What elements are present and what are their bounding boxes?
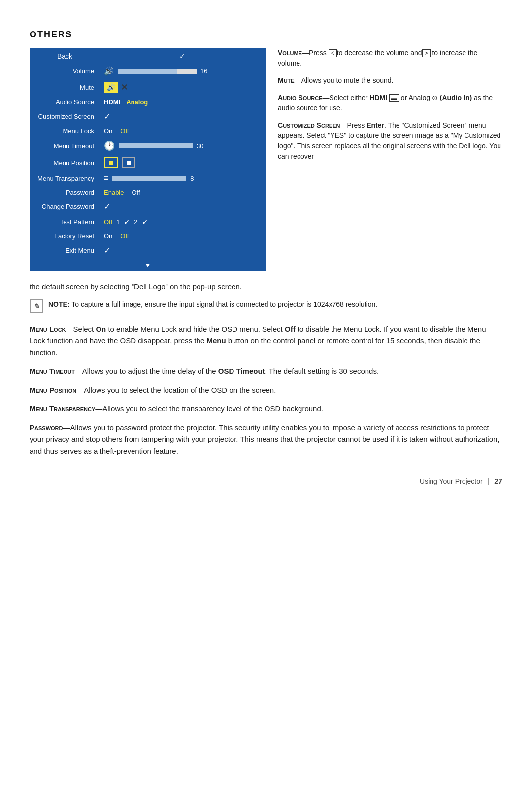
test-pattern-check1: ✓ xyxy=(124,217,130,227)
footer-page-number: 27 xyxy=(494,477,502,485)
menu-pos-box-unselected xyxy=(122,157,135,168)
password-enable: Enable xyxy=(104,189,124,196)
volume-key-more: > xyxy=(422,49,431,57)
osd-label-audio-source: Audio Source xyxy=(30,96,99,109)
menu-lock-on-strong: On xyxy=(96,325,106,333)
menu-position-desc: MENU POSITION—Allows you to select the l… xyxy=(30,384,502,396)
osd-value-customized-screen: ✓ xyxy=(99,109,266,124)
note-label: NOTE: xyxy=(48,300,70,308)
volume-desc: VOLUME—Press <to decrease the volume and… xyxy=(278,48,502,68)
menu-timeout-icon: 🕐 xyxy=(104,140,115,151)
osd-value-change-password: ✓ xyxy=(99,199,266,214)
right-descriptions: VOLUME—Press <to decrease the volume and… xyxy=(278,48,502,168)
volume-speaker-icon: 🔊 xyxy=(104,66,114,76)
menu-position-term: MENU POSITION xyxy=(30,386,76,394)
osd-value-exit-menu: ✓ xyxy=(99,243,266,259)
osd-label-change-password: Change Password xyxy=(30,199,99,214)
osd-scroll-down[interactable]: ▼ xyxy=(30,259,266,271)
change-password-check: ✓ xyxy=(104,202,110,211)
mute-text: —Allows you to mute the sound. xyxy=(295,76,394,84)
osd-row-exit-menu: Exit Menu ✓ xyxy=(30,243,266,259)
mute-term: MUTE xyxy=(278,76,295,84)
test-pattern-1: 1 xyxy=(116,218,120,226)
osd-label-customized-screen: Customized Screen xyxy=(30,109,99,124)
osd-value-password: Enable Off xyxy=(99,186,266,199)
osd-row-menu-lock: Menu Lock On Off xyxy=(30,124,266,137)
osd-header-back: Back xyxy=(30,48,99,64)
osd-label-factory-reset: Factory Reset xyxy=(30,230,99,243)
transparency-icon: ≡ xyxy=(104,174,108,183)
customized-screen-desc: CUSTOMIZED SCREEN—Press Enter. The "Cust… xyxy=(278,120,502,162)
osd-value-menu-timeout: 🕐 30 xyxy=(99,137,266,154)
footer: Using Your Projector | 27 xyxy=(30,477,502,485)
volume-number: 16 xyxy=(200,67,207,75)
menu-pos-indicator-unselected xyxy=(127,161,131,165)
menu-transparency-term: MENU TRANSPARENCY xyxy=(30,404,95,413)
osd-value-test-pattern: Off 1 ✓ 2 ✓ xyxy=(99,214,266,230)
osd-value-volume: 🔊 16 xyxy=(99,64,266,79)
osd-label-menu-timeout: Menu Timeout xyxy=(30,137,99,154)
menu-timeout-desc: MENU TIMEOUT—Allows you to adjust the ti… xyxy=(30,366,502,377)
osd-row-volume: Volume 🔊 16 xyxy=(30,64,266,79)
osd-value-menu-lock: On Off xyxy=(99,124,266,137)
menu-timeout-bar xyxy=(119,143,193,148)
audio-source-hdmi: HDMI xyxy=(369,94,387,101)
menu-lock-off: Off xyxy=(120,127,129,134)
customized-screen-check: ✓ xyxy=(104,112,110,121)
osd-value-factory-reset: On Off xyxy=(99,230,266,243)
menu-button-strong: Menu xyxy=(206,336,226,345)
test-pattern-2: 2 xyxy=(134,218,137,226)
menu-timeout-number: 30 xyxy=(197,142,203,150)
osd-label-menu-lock: Menu Lock xyxy=(30,124,99,137)
audio-source-circle-icon: ⊙ xyxy=(432,94,438,101)
password-term: PASSWORD xyxy=(30,423,63,432)
osd-row-mute: Mute 🔊 ✕ xyxy=(30,79,266,96)
osd-row-change-password: Change Password ✓ xyxy=(30,199,266,214)
osd-label-password: Password xyxy=(30,186,99,199)
footer-divider-icon: | xyxy=(488,477,490,485)
footer-label: Using Your Projector xyxy=(420,477,483,485)
menu-pos-indicator-selected xyxy=(109,161,113,165)
osd-value-menu-position xyxy=(99,154,266,171)
menu-lock-desc: MENU LOCK—Select On to enable Menu Lock … xyxy=(30,323,502,359)
test-pattern-off: Off xyxy=(104,218,112,226)
menu-lock-term: MENU LOCK xyxy=(30,325,66,333)
osd-label-test-pattern: Test Pattern xyxy=(30,214,99,230)
exit-menu-check: ✓ xyxy=(104,246,110,255)
factory-reset-off: Off xyxy=(120,233,129,240)
mute-desc: MUTE—Allows you to mute the sound. xyxy=(278,75,502,86)
osd-header-check: ✓ xyxy=(99,48,266,64)
osd-row-menu-timeout: Menu Timeout 🕐 30 xyxy=(30,137,266,154)
audio-analog-label: Analog xyxy=(126,99,148,106)
password-desc: PASSWORD—Allows you to password protect … xyxy=(30,422,502,457)
osd-row-menu-position: Menu Position xyxy=(30,154,266,171)
menu-timeout-term: MENU TIMEOUT xyxy=(30,367,75,375)
volume-bar xyxy=(118,69,197,74)
note-content: NOTE: To capture a full image, ensure th… xyxy=(48,299,377,310)
osd-row-test-pattern: Test Pattern Off 1 ✓ 2 ✓ xyxy=(30,214,266,230)
menu-transparency-desc: MENU TRANSPARENCY—Allows you to select t… xyxy=(30,403,502,415)
audio-source-term: AUDIO SOURCE xyxy=(278,94,323,101)
menu-transparency-number: 8 xyxy=(190,175,194,182)
volume-bar-fill xyxy=(118,69,177,74)
note-icon: ✎ xyxy=(30,299,43,313)
volume-term: VOLUME xyxy=(278,49,302,57)
default-screen-text: the default screen by selecting "Dell Lo… xyxy=(30,281,502,293)
osd-row-menu-transparency: Menu Transparency ≡ 8 xyxy=(30,171,266,186)
audio-source-text1: —Select either xyxy=(323,94,370,101)
note-text: To capture a full image, ensure the inpu… xyxy=(71,300,377,308)
menu-transparency-bar xyxy=(112,176,186,181)
osd-row-audio-source: Audio Source HDMI Analog xyxy=(30,96,266,109)
password-off: Off xyxy=(132,189,140,196)
test-pattern-check2: ✓ xyxy=(142,217,148,227)
osd-label-mute: Mute xyxy=(30,79,99,96)
osd-panel: Back ✓ Volume 🔊 16 xyxy=(30,48,266,271)
mute-x-icon: ✕ xyxy=(121,82,128,93)
osd-value-mute: 🔊 ✕ xyxy=(99,79,266,96)
volume-key-less: < xyxy=(329,49,337,57)
osd-label-exit-menu: Exit Menu xyxy=(30,243,99,259)
mute-speaker-icon: 🔊 xyxy=(104,82,118,93)
section-title: OTHERS xyxy=(30,30,502,40)
menu-lock-on: On xyxy=(104,127,112,134)
osd-row-customized-screen: Customized Screen ✓ xyxy=(30,109,266,124)
